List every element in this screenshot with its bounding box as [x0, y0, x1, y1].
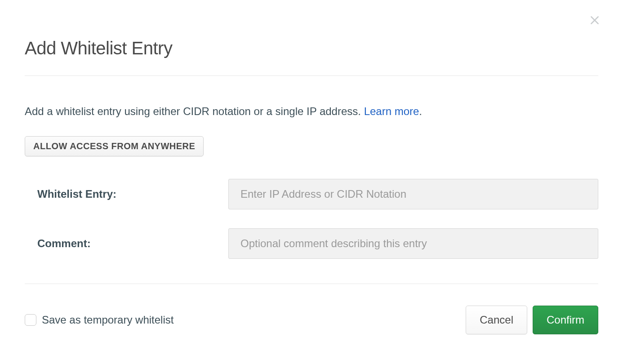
whitelist-entry-input[interactable] [228, 179, 598, 209]
comment-row: Comment: [37, 228, 598, 259]
close-button[interactable] [588, 13, 601, 27]
header-divider [25, 75, 598, 76]
confirm-button[interactable]: Confirm [533, 306, 598, 334]
modal-title: Add Whitelist Entry [25, 38, 598, 58]
temporary-whitelist-label[interactable]: Save as temporary whitelist [42, 314, 174, 326]
comment-input[interactable] [228, 228, 598, 259]
add-whitelist-modal: Add Whitelist Entry Add a whitelist entr… [0, 0, 623, 348]
form-fields: Whitelist Entry: Comment: [37, 179, 598, 259]
cancel-button[interactable]: Cancel [466, 306, 527, 334]
allow-access-anywhere-button[interactable]: ALLOW ACCESS FROM ANYWHERE [25, 136, 204, 156]
footer-divider [25, 284, 598, 284]
learn-more-link[interactable]: Learn more [364, 105, 419, 117]
whitelist-entry-label: Whitelist Entry: [37, 188, 228, 200]
whitelist-entry-row: Whitelist Entry: [37, 179, 598, 209]
temporary-whitelist-wrap: Save as temporary whitelist [25, 314, 174, 326]
modal-footer: Save as temporary whitelist Cancel Confi… [25, 306, 598, 334]
footer-buttons: Cancel Confirm [466, 306, 598, 334]
description-suffix: . [419, 105, 422, 117]
modal-description: Add a whitelist entry using either CIDR … [25, 104, 598, 119]
description-text: Add a whitelist entry using either CIDR … [25, 105, 364, 117]
temporary-whitelist-checkbox[interactable] [25, 314, 36, 326]
close-icon [589, 14, 601, 26]
comment-label: Comment: [37, 237, 228, 250]
